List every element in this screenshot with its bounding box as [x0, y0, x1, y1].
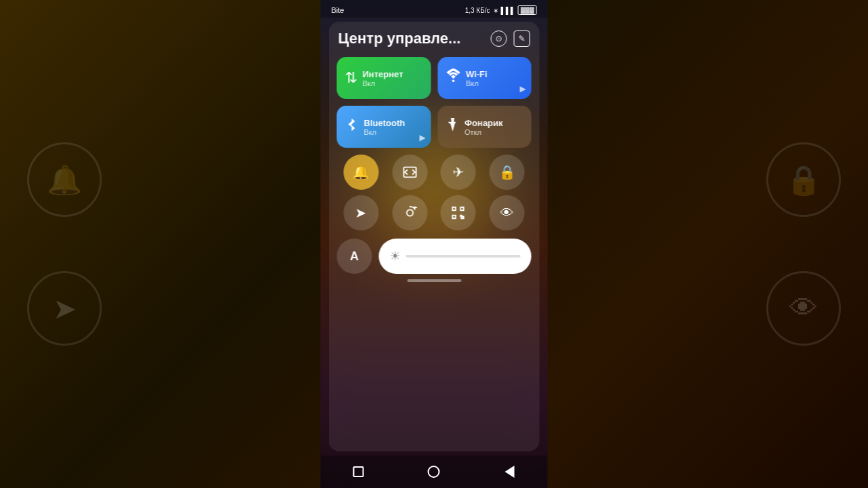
brightness-track [406, 255, 521, 258]
carrier-label: Bite [332, 6, 344, 14]
internet-icon: ⇅ [345, 69, 357, 87]
bluetooth-status: Вкл [364, 128, 406, 136]
flashlight-tile[interactable]: Фонарик Откл [437, 106, 532, 148]
svg-point-2 [407, 209, 413, 216]
flashlight-status: Откл [465, 128, 503, 136]
control-center: Центр управле... ⊙ ✎ ⇅ Интернет Вкл [329, 22, 540, 451]
flashlight-info: Фонарик Откл [465, 118, 503, 136]
bluetooth-tile[interactable]: Bluetooth Вкл ▶ [337, 106, 431, 148]
status-right: 1,3 КБ/с ∗ ▌▌▌ ▓▓▓ [465, 5, 537, 15]
brightness-icon: ☀ [390, 249, 401, 264]
bluetooth-icon [345, 117, 359, 136]
wifi-status: Вкл [466, 79, 488, 87]
home-indicator [407, 279, 461, 282]
location-button[interactable]: ➤ [343, 195, 378, 230]
tiles-row-2: Bluetooth Вкл ▶ Фонарик Откл [337, 106, 532, 148]
bluetooth-status-icon: ∗ [493, 7, 498, 14]
svg-point-0 [452, 80, 454, 83]
rotation-lock-button[interactable] [392, 195, 427, 230]
wifi-arrow: ▶ [520, 84, 526, 94]
scan-button[interactable] [441, 195, 476, 230]
cc-header: Центр управле... ⊙ ✎ [337, 30, 532, 47]
icon-row-1: 🔔 ✈ 🔒 [337, 155, 532, 190]
bg-icons-left: 🔔 ➤ [0, 102, 129, 386]
wifi-label: Wi-Fi [466, 69, 488, 79]
airplane-button[interactable]: ✈ [441, 155, 476, 190]
battery-icon: ▓▓▓ [518, 5, 537, 15]
home-icon [428, 466, 440, 478]
bg-bell-icon: 🔔 [27, 142, 102, 217]
bottom-row: A ☀ [337, 239, 532, 274]
internet-tile[interactable]: ⇅ Интернет Вкл [337, 57, 431, 99]
flashlight-label: Фонарик [465, 118, 503, 128]
wifi-icon [446, 68, 460, 87]
tiles-row-1: ⇅ Интернет Вкл Wi-Fi [337, 57, 532, 99]
recents-icon [353, 466, 363, 477]
icon-row-2: ➤ 👁 [337, 195, 532, 230]
flashlight-icon [446, 117, 459, 136]
bg-lock-icon: 🔒 [766, 142, 841, 217]
lock-rotation-button[interactable]: 🔒 [490, 155, 525, 190]
notifications-button[interactable]: 🔔 [343, 155, 378, 190]
cc-title: Центр управле... [338, 30, 461, 47]
status-bar: Bite 1,3 КБ/с ∗ ▌▌▌ ▓▓▓ [321, 0, 548, 18]
nav-bar [321, 455, 548, 488]
cc-header-icons: ⊙ ✎ [491, 30, 530, 47]
internet-label: Интернет [363, 69, 403, 79]
bluetooth-label: Bluetooth [364, 118, 406, 128]
internet-info: Интернет Вкл [363, 69, 403, 87]
screenshot-button[interactable] [392, 155, 427, 190]
bg-eye-icon: 👁 [766, 271, 841, 346]
home-area [337, 274, 532, 301]
wifi-tile[interactable]: Wi-Fi Вкл ▶ [437, 57, 532, 99]
bg-navigation-icon: ➤ [27, 271, 102, 346]
settings-icon[interactable]: ⊙ [491, 30, 507, 47]
bg-icons-right: 🔒 👁 [739, 102, 868, 386]
bluetooth-info: Bluetooth Вкл [364, 118, 406, 136]
internet-status: Вкл [363, 79, 403, 87]
brightness-slider[interactable]: ☀ [379, 239, 532, 274]
back-button[interactable] [500, 462, 519, 481]
font-button[interactable]: A [337, 239, 372, 274]
signal-bars-icon: ▌▌▌ [501, 7, 515, 14]
back-icon [505, 466, 515, 478]
bluetooth-arrow: ▶ [419, 133, 425, 142]
edit-icon[interactable]: ✎ [514, 30, 530, 47]
speed-label: 1,3 КБ/с [465, 7, 490, 14]
phone-frame: Bite 1,3 КБ/с ∗ ▌▌▌ ▓▓▓ Центр управле...… [321, 0, 548, 488]
eye-button[interactable]: 👁 [490, 195, 525, 230]
home-button[interactable] [425, 462, 443, 481]
wifi-info: Wi-Fi Вкл [466, 69, 488, 87]
recents-button[interactable] [349, 462, 368, 481]
